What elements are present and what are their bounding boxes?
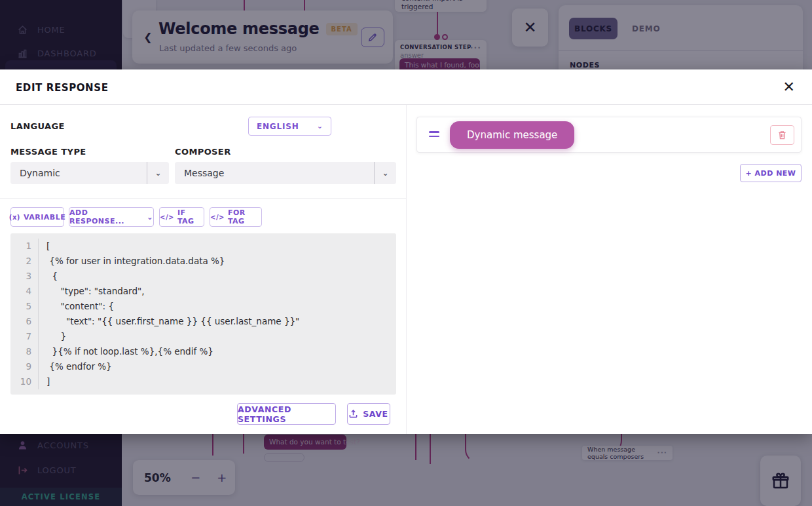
code-content: [ {% for user in integration.data.data %… bbox=[39, 239, 396, 389]
close-icon[interactable]: ✕ bbox=[783, 78, 795, 96]
advanced-settings-button[interactable]: ADVANCED SETTINGS bbox=[237, 403, 336, 425]
line-numbers: 12 34 56 78 910 bbox=[10, 239, 38, 389]
save-button[interactable]: SAVE bbox=[347, 403, 390, 425]
variable-icon: (x) bbox=[9, 214, 20, 221]
variable-button[interactable]: (x) VARIABLE bbox=[10, 207, 64, 227]
language-value: ENGLISH bbox=[257, 122, 299, 131]
variable-button-label: VARIABLE bbox=[24, 213, 65, 222]
composer-label: COMPOSER bbox=[175, 147, 231, 157]
for-tag-button[interactable]: </> FOR TAG bbox=[210, 207, 262, 227]
if-tag-label: IF TAG bbox=[177, 208, 204, 225]
chevron-down-icon: ⌄ bbox=[374, 162, 396, 184]
response-pill-label: Dynamic message bbox=[467, 129, 557, 141]
code-line: {% endfor %} bbox=[46, 359, 396, 374]
trash-icon bbox=[778, 130, 786, 140]
code-line: }{% if not loop.last %},{% endif %} bbox=[46, 344, 396, 359]
chevron-down-icon: ⌄ bbox=[147, 213, 153, 222]
message-type-label: MESSAGE TYPE bbox=[10, 147, 86, 157]
delete-response-button[interactable] bbox=[770, 125, 794, 145]
add-new-label: + ADD NEW bbox=[745, 169, 796, 178]
code-tag-icon: </> bbox=[160, 214, 174, 221]
code-line: {% for user in integration.data.data %} bbox=[46, 254, 396, 269]
code-line: [ bbox=[46, 239, 396, 254]
code-line: "content": { bbox=[46, 299, 396, 314]
edit-response-modal: EDIT RESPONSE ✕ LANGUAGE ENGLISH ⌄ MESSA… bbox=[0, 69, 812, 434]
modal-header: EDIT RESPONSE ✕ bbox=[0, 69, 812, 105]
message-type-select[interactable]: Dynamic ⌄ bbox=[10, 162, 169, 184]
modal-title: EDIT RESPONSE bbox=[16, 82, 108, 94]
save-icon bbox=[349, 410, 358, 418]
chevron-down-icon: ⌄ bbox=[317, 122, 323, 130]
code-tag-icon: </> bbox=[210, 214, 225, 221]
composer-select[interactable]: Message ⌄ bbox=[175, 162, 396, 184]
drag-handle-icon[interactable] bbox=[429, 131, 439, 139]
code-line: ] bbox=[46, 374, 396, 389]
if-tag-button[interactable]: </> IF TAG bbox=[159, 207, 204, 227]
response-row: Dynamic message bbox=[416, 117, 802, 153]
code-line: "type": "standard", bbox=[46, 284, 396, 299]
advanced-settings-label: ADVANCED SETTINGS bbox=[238, 404, 335, 424]
section-divider bbox=[0, 198, 406, 199]
for-tag-label: FOR TAG bbox=[228, 208, 261, 225]
column-divider bbox=[406, 105, 407, 434]
save-label: SAVE bbox=[363, 409, 388, 419]
chevron-down-icon: ⌄ bbox=[147, 162, 169, 184]
code-line: } bbox=[46, 329, 396, 344]
language-select[interactable]: ENGLISH ⌄ bbox=[248, 117, 331, 136]
response-pill[interactable]: Dynamic message bbox=[450, 121, 574, 149]
message-type-value: Dynamic bbox=[10, 162, 147, 184]
add-response-label: ADD RESPONSE... bbox=[69, 208, 143, 225]
add-response-dropdown[interactable]: ADD RESPONSE... ⌄ bbox=[69, 207, 154, 227]
composer-value: Message bbox=[175, 162, 374, 184]
add-new-response-button[interactable]: + ADD NEW bbox=[740, 164, 802, 182]
code-line: { bbox=[46, 269, 396, 284]
code-editor[interactable]: 12 34 56 78 910 [ {% for user in integra… bbox=[10, 233, 396, 395]
language-label: LANGUAGE bbox=[10, 121, 65, 131]
code-line: "text": "{{ user.first_name }} {{ user.l… bbox=[46, 314, 396, 329]
